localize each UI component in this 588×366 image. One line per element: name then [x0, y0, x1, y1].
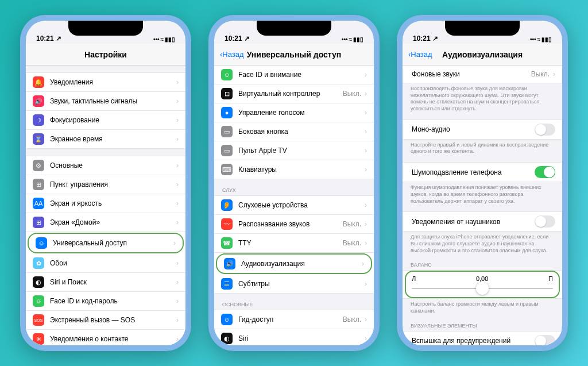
settings-row[interactable]: ✿Обои›	[26, 254, 185, 273]
settings-row[interactable]: ▭Боковая кнопка›	[214, 122, 374, 141]
chevron-right-icon: ›	[176, 116, 179, 124]
row-label: Универсальный доступ	[53, 239, 172, 247]
row-icon: 🔔	[33, 76, 44, 88]
row-icon: ▭	[221, 145, 233, 156]
location-icon: ↗	[56, 34, 61, 43]
settings-row[interactable]: ☺Гид-доступВыкл.›	[214, 310, 374, 329]
settings-row[interactable]: ▭Пульт Apple TV›	[214, 141, 374, 160]
row-icon: ☰	[221, 278, 233, 290]
settings-row[interactable]: ✳Уведомления о контакте›	[26, 330, 185, 345]
group-header-visual: ВИЗУАЛЬНЫЕ ЭЛЕМЕНТЫ	[403, 315, 562, 331]
settings-row[interactable]: ☺Универсальный доступ›	[28, 233, 184, 253]
chevron-right-icon: ›	[365, 315, 367, 323]
settings-row[interactable]: ⚙Основные›	[26, 156, 185, 175]
settings-row[interactable]: AAЭкран и яркость›	[26, 194, 185, 213]
row-icon: ☽	[33, 114, 44, 126]
row-label: Боковая кнопка	[238, 128, 363, 136]
status-time: 10:21	[413, 34, 431, 43]
content[interactable]: 🔔Уведомления›🔊Звуки, тактильные сигналы›…	[26, 66, 185, 345]
settings-row[interactable]: ⊞Экран «Домой»›	[26, 213, 185, 232]
toggle-flash[interactable]	[535, 335, 555, 345]
page-title: Аудиовизуализация	[442, 50, 523, 59]
toggle-headphone[interactable]	[535, 215, 555, 228]
settings-row[interactable]: 🔊Аудиовизуализация›	[216, 253, 372, 274]
row-label: Уведомления о контакте	[50, 335, 175, 343]
settings-row[interactable]: 🔊Звуки, тактильные сигналы›	[26, 92, 185, 111]
row-icon: SOS	[33, 314, 44, 326]
row-flash-alerts[interactable]: Вспышка для предупреждений	[403, 332, 562, 345]
status-time: 10:21	[36, 34, 54, 43]
chevron-right-icon: ›	[362, 260, 364, 268]
group-header-balance: БАЛАНС	[403, 254, 562, 270]
group-interaction: ☺Face ID и внимание›⊡Виртуальный контрол…	[214, 66, 374, 179]
header: ‹ Назад Аудиовизуализация	[403, 44, 562, 66]
back-button[interactable]: ‹ Назад	[408, 50, 432, 59]
back-button[interactable]: ‹ Назад	[220, 50, 244, 59]
settings-row[interactable]: ◐Siri и Поиск›	[26, 273, 185, 292]
row-icon: ●	[221, 107, 233, 118]
header: ‹ Назад Универсальный доступ	[214, 44, 374, 66]
settings-row[interactable]: ☰Субтитры›	[214, 275, 374, 293]
row-label: Клавиатуры	[238, 165, 363, 174]
location-icon: ↗	[432, 34, 438, 43]
chevron-right-icon: ›	[365, 280, 367, 288]
group-headphone: Уведомления от наушников	[403, 211, 562, 232]
row-mono-audio[interactable]: Моно-аудио	[403, 120, 562, 139]
settings-row[interactable]: ⌛Экранное время›	[26, 130, 185, 148]
row-label: Уведомления	[50, 78, 175, 86]
row-headphone-notif[interactable]: Уведомления от наушников	[403, 212, 562, 231]
chevron-right-icon: ›	[176, 278, 179, 286]
row-label: Гид-доступ	[238, 315, 343, 323]
group-header-hearing: СЛУХ	[214, 179, 374, 195]
row-icon: ☎	[221, 237, 233, 249]
group-mono: Моно-аудио	[403, 120, 562, 140]
group-hearing: 👂Слуховые устройства›〰Распознавание звук…	[214, 195, 374, 294]
row-label: Уведомления от наушников	[412, 218, 535, 226]
row-icon: ☺	[221, 69, 233, 80]
settings-row[interactable]: ⊞Пункт управления›	[26, 175, 185, 194]
chevron-right-icon: ›	[365, 201, 367, 209]
row-icon: ☺	[221, 314, 233, 325]
settings-row[interactable]: 〰Распознавание звуковВыкл.›	[214, 215, 374, 234]
content[interactable]: Фоновые звуки Выкл. › Воспроизводить фон…	[403, 66, 562, 345]
settings-row[interactable]: ⌨Клавиатуры›	[214, 160, 374, 179]
settings-row[interactable]: ☺Face ID и внимание›	[214, 66, 374, 84]
settings-row[interactable]: ⊡Виртуальный контроллерВыкл.›	[214, 84, 374, 103]
row-label: Фокусирование	[50, 116, 175, 124]
chevron-right-icon: ›	[365, 334, 367, 342]
row-label: Обои	[50, 259, 175, 267]
toggle-noise[interactable]	[535, 166, 555, 178]
row-detail: Выкл.	[343, 239, 361, 247]
page-title: Универсальный доступ	[247, 50, 342, 59]
row-icon: ✿	[33, 257, 44, 269]
settings-row[interactable]: 🔔Уведомления›	[26, 73, 185, 92]
toggle-mono[interactable]	[535, 124, 555, 136]
balance-slider[interactable]	[412, 288, 553, 289]
settings-row[interactable]: ☽Фокусирование›	[26, 111, 185, 130]
row-icon: ⊡	[221, 88, 233, 99]
settings-row[interactable]: 👂Слуховые устройства›	[214, 196, 374, 215]
row-noise-cancel[interactable]: Шумоподавление телефона	[403, 163, 562, 182]
settings-row[interactable]: ◐Siri›	[214, 329, 374, 345]
chevron-right-icon: ›	[365, 90, 367, 98]
settings-row[interactable]: ☎TTYВыкл.›	[214, 234, 374, 253]
settings-row[interactable]: SOSЭкстренный вызов — SOS›	[26, 311, 185, 330]
group-general: ⚙Основные›⊞Пункт управления›AAЭкран и яр…	[26, 156, 185, 345]
slider-thumb[interactable]	[476, 282, 489, 295]
content[interactable]: ☺Face ID и внимание›⊡Виртуальный контрол…	[214, 66, 374, 345]
screen-3: 10:21↗ •••≈▮▮▯ ‹ Назад Аудиовизуализация…	[403, 21, 562, 345]
slider-labels: Л 0,00 П	[412, 275, 553, 282]
signal-icon: •••	[530, 36, 536, 43]
chevron-right-icon: ›	[176, 259, 179, 267]
chevron-right-icon: ›	[365, 71, 367, 79]
row-label: Вспышка для предупреждений	[412, 337, 535, 345]
row-icon: ☺	[33, 295, 44, 307]
settings-row[interactable]: ●Управление голосом›	[214, 103, 374, 122]
chevron-right-icon: ›	[176, 78, 179, 86]
row-label: Субтитры	[238, 280, 363, 288]
screen-1: 10:21↗ •••≈▮▮▯ Настройки 🔔Уведомления›🔊З…	[26, 21, 185, 345]
group-notifications: 🔔Уведомления›🔊Звуки, тактильные сигналы›…	[26, 72, 185, 149]
settings-row[interactable]: ☺Face ID и код-пароль›	[26, 292, 185, 311]
row-label: TTY	[238, 239, 343, 247]
row-bg-sounds[interactable]: Фоновые звуки Выкл. ›	[403, 66, 562, 83]
